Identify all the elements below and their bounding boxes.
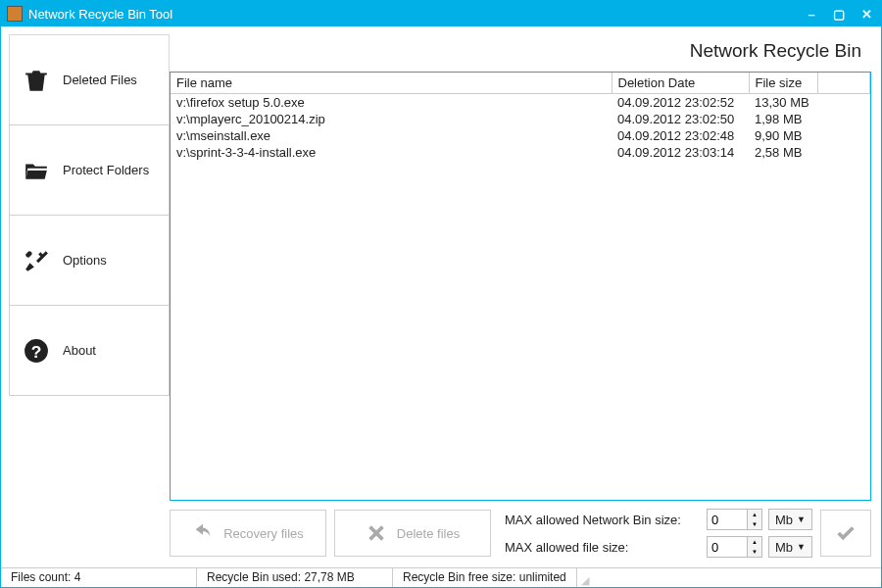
title-bar: Network Recycle Bin Tool – ▢ ✕ (1, 1, 881, 26)
cell-date: 04.09.2012 23:02:48 (612, 127, 749, 144)
cell-date: 04.09.2012 23:02:52 (612, 94, 749, 112)
status-used: Recycle Bin used: 27,78 MB (197, 568, 393, 587)
sidebar-item-label: Deleted Files (63, 73, 137, 87)
recovery-label: Recovery files (223, 526, 304, 541)
status-bar: Files count: 4 Recycle Bin used: 27,78 M… (1, 567, 881, 587)
maximize-button[interactable]: ▢ (830, 7, 848, 22)
tools-icon (24, 248, 49, 273)
table-row[interactable]: v:\firefox setup 5.0.exe04.09.2012 23:02… (171, 94, 870, 112)
delete-button[interactable]: Delete files (334, 510, 491, 557)
minimize-button[interactable]: – (803, 7, 820, 22)
cell-filename: v:\mplayerc_20100214.zip (171, 111, 612, 127)
sidebar-item-label: Options (63, 253, 107, 268)
file-table: File name Deletion Date File size v:\fir… (171, 73, 870, 161)
col-deletion-date[interactable]: Deletion Date (612, 73, 749, 94)
pane-title: Network Recycle Bin (170, 34, 871, 72)
cell-date: 04.09.2012 23:02:50 (612, 111, 749, 127)
max-net-spinner[interactable]: ▲▼ (707, 509, 762, 530)
cell-filename: v:\sprint-3-3-4-install.exe (171, 144, 612, 161)
cell-filename: v:\mseinstall.exe (171, 127, 612, 144)
sidebar: Deleted Files Protect Folders Options ? … (1, 26, 170, 567)
max-file-unit[interactable]: Mb▼ (768, 536, 812, 558)
max-file-label: MAX allowed file size: (505, 540, 701, 555)
sidebar-item-protect-folders[interactable]: Protect Folders (9, 124, 170, 216)
spin-up[interactable]: ▲ (748, 510, 761, 519)
x-icon (366, 522, 387, 544)
sidebar-item-deleted-files[interactable]: Deleted Files (9, 34, 170, 125)
chevron-down-icon: ▼ (797, 514, 806, 524)
content-area: Deleted Files Protect Folders Options ? … (1, 26, 881, 567)
cell-filename: v:\firefox setup 5.0.exe (171, 94, 612, 112)
app-icon (7, 6, 23, 22)
undo-icon (192, 522, 214, 544)
sidebar-item-about[interactable]: ? About (9, 305, 170, 396)
cell-size: 9,90 MB (749, 127, 817, 144)
delete-label: Delete files (397, 526, 460, 541)
cell-size: 13,30 MB (749, 94, 817, 112)
main-pane: Network Recycle Bin File name Deletion D… (170, 26, 881, 567)
spin-down[interactable]: ▼ (748, 547, 761, 557)
window-title: Network Recycle Bin Tool (28, 7, 803, 22)
help-icon: ? (24, 338, 49, 364)
spin-down[interactable]: ▼ (748, 519, 761, 529)
max-file-input[interactable] (708, 537, 747, 557)
cell-size: 2,58 MB (749, 144, 817, 161)
svg-text:?: ? (31, 341, 42, 361)
status-free: Recycle Bin free size: unlimited (393, 568, 577, 587)
table-row[interactable]: v:\mseinstall.exe04.09.2012 23:02:489,90… (171, 127, 870, 144)
max-net-label: MAX allowed Network Bin size: (505, 513, 701, 527)
col-filename[interactable]: File name (171, 73, 612, 94)
check-icon (835, 522, 857, 544)
max-file-spinner[interactable]: ▲▼ (707, 536, 762, 558)
col-spacer (817, 73, 870, 94)
spin-up[interactable]: ▲ (748, 537, 761, 547)
size-settings: MAX allowed Network Bin size: ▲▼ Mb▼ MAX… (499, 509, 812, 558)
chevron-down-icon: ▼ (797, 542, 806, 552)
resize-grip[interactable]: ◢ (577, 574, 591, 587)
confirm-button[interactable] (820, 510, 871, 557)
table-row[interactable]: v:\mplayerc_20100214.zip04.09.2012 23:02… (171, 111, 870, 127)
sidebar-item-label: About (63, 343, 96, 358)
status-count: Files count: 4 (1, 568, 197, 587)
sidebar-item-options[interactable]: Options (9, 215, 170, 306)
cell-size: 1,98 MB (749, 111, 817, 127)
folder-open-icon (24, 158, 49, 183)
max-net-unit[interactable]: Mb▼ (768, 509, 812, 530)
table-row[interactable]: v:\sprint-3-3-4-install.exe04.09.2012 23… (171, 144, 870, 161)
file-table-container[interactable]: File name Deletion Date File size v:\fir… (170, 72, 871, 501)
recovery-button[interactable]: Recovery files (170, 510, 326, 557)
close-button[interactable]: ✕ (858, 7, 875, 22)
trash-icon (24, 68, 49, 93)
window-buttons: – ▢ ✕ (803, 7, 875, 22)
bottom-controls: Recovery files Delete files MAX allowed … (170, 501, 871, 560)
max-net-input[interactable] (708, 510, 747, 529)
col-file-size[interactable]: File size (749, 73, 817, 94)
sidebar-item-label: Protect Folders (63, 163, 149, 177)
cell-date: 04.09.2012 23:03:14 (612, 144, 749, 161)
